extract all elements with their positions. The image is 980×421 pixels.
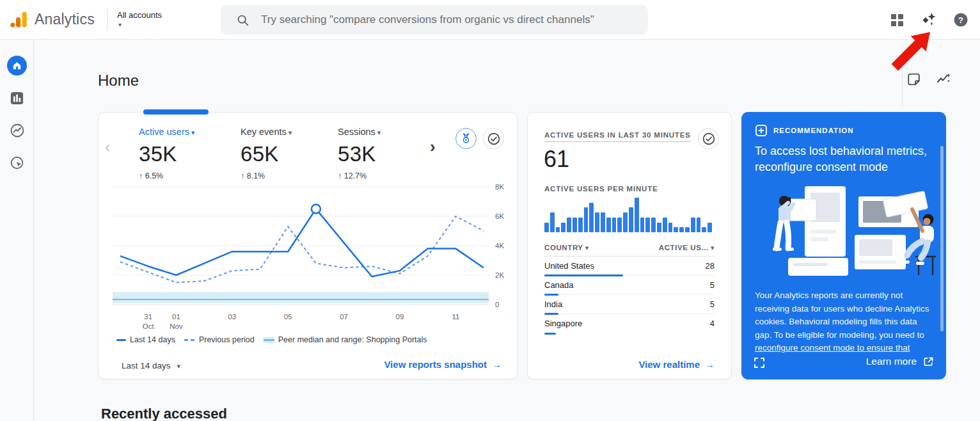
recently-accessed-heading: Recently accessed [101,406,227,421]
country-bar [544,333,556,335]
per-minute-bar [561,223,565,232]
explore-icon [10,123,25,138]
per-minute-bar [606,218,611,232]
svg-text:6K: 6K [495,212,504,220]
per-minute-bar [707,223,712,232]
check-circle-icon [702,132,715,145]
caret-down-icon: ▾ [711,244,715,251]
per-minute-label: ACTIVE USERS PER MINUTE [544,185,658,193]
svg-text:11: 11 [452,313,459,321]
apps-grid-icon [890,13,904,27]
realtime-check-badge[interactable] [698,128,719,149]
band-swatch [264,337,274,343]
metric-value: 35K [139,142,195,166]
active-users-count: 61 [544,146,569,173]
active-users-trend-chart: 02K4K6K8K31Oct01Nov0305070911 [107,179,512,333]
learn-more-button[interactable]: Learn more [866,356,934,367]
per-minute-bar [702,227,706,232]
help-button[interactable]: ? [948,7,974,33]
metric-value: 53K [338,142,381,166]
analytics-logo[interactable]: Analytics [9,10,95,29]
column-active-users[interactable]: ACTIVE US...▾ [659,244,715,252]
account-switcher[interactable]: All accounts ▾ [117,9,162,28]
expand-button[interactable] [754,357,765,370]
global-search-input[interactable] [261,13,645,26]
recommendation-illustration [748,180,940,287]
per-minute-bar [584,207,589,232]
metrics-scroll-right-button[interactable]: › [430,138,436,155]
country-row[interactable]: Singapore4 [544,314,715,333]
column-country[interactable]: COUNTRY▾ [544,244,589,252]
metrics-scroll-left-button[interactable]: ‹ [105,139,110,155]
metric-active-users[interactable]: Active users▾ 35K ↑ 6.5% [139,126,195,180]
country-active-users: 5 [710,299,715,309]
per-minute-bar [668,223,673,232]
cards-row: ‹ Active users▾ 35K ↑ 6.5% Key events▾ 6… [98,112,946,379]
metric-key-events[interactable]: Key events▾ 65K ↑ 8.1% [241,126,292,180]
metric-sessions[interactable]: Sessions▾ 53K ↑ 12.7% [338,126,381,180]
metric-value: 65K [241,142,292,166]
legend-last-14-days: Last 14 days [116,335,175,344]
country-row[interactable]: India5 [544,295,715,314]
per-minute-bar [663,218,667,232]
nav-reports-button[interactable] [0,85,34,111]
svg-text:Nov: Nov [170,322,183,330]
realtime-card: ACTIVE USERS IN LAST 30 MINUTES 61 ACTIV… [527,112,732,379]
nav-home-button[interactable] [0,52,34,78]
svg-text:03: 03 [228,313,236,321]
account-switcher-label: All accounts [117,10,162,20]
country-active-users: 4 [710,319,715,328]
country-name: India [544,299,562,309]
benchmarking-badge-button[interactable] [455,128,477,149]
svg-text:8K: 8K [495,183,504,191]
top-bar: Analytics All accounts ▾ [0,0,980,40]
dashed-line-swatch [184,339,195,341]
recommendation-body: Your Analytics reports are currently not… [755,289,933,355]
recommendation-scrollbar[interactable] [940,146,944,331]
svg-text:07: 07 [340,313,348,321]
per-minute-bar [556,227,560,232]
svg-text:05: 05 [284,313,292,321]
per-minute-bar [697,218,701,232]
country-row[interactable]: Canada5 [544,276,715,295]
check-circle-icon [487,132,500,145]
recommendation-eyebrow: RECOMMENDATION [773,127,854,134]
per-minute-bar [550,212,555,232]
recommendation-header: RECOMMENDATION [755,124,854,137]
view-reports-snapshot-link[interactable]: View reports snapshot→ [384,359,502,370]
overview-card: ‹ Active users▾ 35K ↑ 6.5% Key events▾ 6… [98,112,518,379]
per-minute-bar [567,218,571,232]
per-minute-bar [573,218,577,232]
expand-icon [754,357,765,369]
view-realtime-link[interactable]: View realtime→ [638,359,715,370]
nav-explore-button[interactable] [0,118,34,143]
date-range-selector[interactable]: Last 14 days▾ [122,361,180,370]
per-minute-bar [651,218,656,232]
legend-previous-period: Previous period [184,335,255,344]
country-row[interactable]: United States28 [544,257,715,276]
data-quality-check-button[interactable] [483,128,504,149]
svg-text:31: 31 [144,313,152,321]
country-name: United States [544,261,594,271]
analytics-home-screen: Analytics All accounts ▾ [0,0,980,421]
country-name: Singapore [544,319,582,328]
per-minute-bar [640,218,645,232]
home-icon [7,56,27,75]
per-minute-bar [657,223,661,232]
global-search[interactable] [221,5,648,35]
svg-text:0: 0 [495,301,499,308]
main-content: Home ‹ [34,40,980,421]
nav-advertising-button[interactable] [0,150,34,176]
per-minute-bar [679,227,684,232]
per-minute-bar [635,198,639,232]
per-minute-bar [612,218,617,232]
caret-down-icon: ▾ [118,21,162,28]
recommendation-footer: Learn more [742,351,945,379]
svg-text:2K: 2K [495,271,504,279]
svg-text:09: 09 [396,313,404,321]
reports-icon [10,91,24,106]
left-nav [0,40,34,421]
realtime-title[interactable]: ACTIVE USERS IN LAST 30 MINUTES [544,131,691,142]
svg-text:?: ? [958,15,963,25]
country-active-users: 28 [706,261,715,271]
